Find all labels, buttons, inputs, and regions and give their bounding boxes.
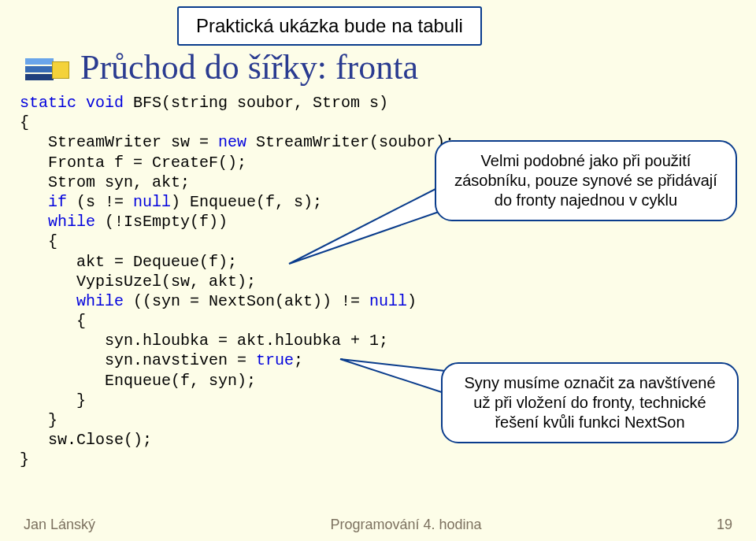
code-text: StreamWriter sw = <box>20 133 218 151</box>
code-text: } <box>20 411 57 429</box>
code-text: { <box>20 113 29 132</box>
code-text: Enqueue(f, syn); <box>20 372 256 390</box>
code-block: static void BFS(string soubor, Strom s) … <box>20 93 454 470</box>
code-text: } <box>20 450 29 469</box>
code-text: (s != <box>67 193 133 211</box>
callout-mark-visited: Syny musíme označit za navštívené už při… <box>441 362 739 443</box>
code-text: } <box>20 391 86 409</box>
code-text: { <box>20 232 57 250</box>
code-text: ((syn = NextSon(akt)) != <box>124 292 369 310</box>
callout-line: do fronty najednou v cyklu <box>450 191 721 210</box>
kw-while: while <box>20 213 95 231</box>
kw-true: true <box>256 351 294 369</box>
callout-similar-to-stack: Velmi podobné jako při použití zásobníku… <box>435 140 737 221</box>
code-text: ) Enqueue(f, s); <box>171 193 322 211</box>
code-text: syn.navstiven = <box>20 351 256 369</box>
code-text: Fronta f = CreateF(); <box>20 154 246 172</box>
kw-while: while <box>20 292 124 310</box>
kw-if: if <box>20 193 67 211</box>
footer-page: 19 <box>717 517 732 533</box>
kw-null: null <box>133 193 171 211</box>
footer-author: Jan Lánský <box>24 517 95 533</box>
callout-line: Syny musíme označit za navštívené <box>457 373 723 393</box>
code-text: (!IsEmpty(f)) <box>95 213 228 231</box>
slide-footer: Jan Lánský Programování 4. hodina 19 <box>0 517 756 533</box>
kw-void: void <box>76 94 124 112</box>
practical-note-text: Praktická ukázka bude na tabuli <box>196 15 463 36</box>
code-text: Strom syn, akt; <box>20 173 190 191</box>
kw-new: new <box>218 133 246 151</box>
footer-center: Programování 4. hodina <box>330 517 481 533</box>
code-text: { <box>20 312 86 330</box>
code-text: ) <box>407 292 417 310</box>
code-text: akt = Dequeue(f); <box>20 253 237 271</box>
kw-static: static <box>20 94 76 112</box>
callout-line: Velmi podobné jako při použití <box>450 151 721 171</box>
slide-title: Průchod do šířky: fronta <box>80 47 418 87</box>
code-text: StreamWriter(soubor); <box>246 133 454 151</box>
callout-line: řešení kvůli funkci NextSon <box>457 413 723 432</box>
code-text: ; <box>294 351 303 369</box>
code-text: BFS(string soubor, Strom s) <box>124 94 388 112</box>
code-text: VypisUzel(sw, akt); <box>20 272 256 291</box>
callout-line: zásobníku, pouze synové se přidávají <box>450 171 721 191</box>
code-text: syn.hloubka = akt.hloubka + 1; <box>20 332 388 350</box>
kw-null: null <box>369 292 407 310</box>
practical-note-box: Praktická ukázka bude na tabuli <box>177 6 482 46</box>
title-bullet-decor <box>25 58 69 80</box>
callout-line: už při vložení do fronty, technické <box>457 393 723 413</box>
code-text: sw.Close(); <box>20 431 152 449</box>
